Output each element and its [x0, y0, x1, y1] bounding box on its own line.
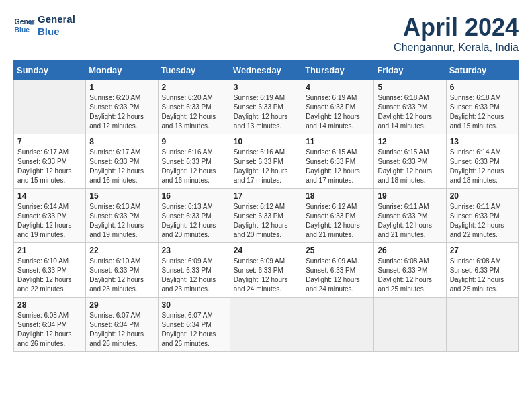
day-number: 15: [89, 191, 154, 201]
weekday-header: Wednesday: [230, 61, 302, 80]
calendar-cell: 19Sunrise: 6:11 AM Sunset: 6:33 PM Dayli…: [374, 189, 446, 243]
day-number: 6: [450, 83, 515, 92]
weekday-header: Tuesday: [158, 61, 230, 80]
day-content: Sunrise: 6:13 AM Sunset: 6:33 PM Dayligh…: [162, 202, 226, 240]
day-number: 30: [162, 300, 226, 310]
day-content: Sunrise: 6:08 AM Sunset: 6:34 PM Dayligh…: [17, 311, 82, 349]
calendar-cell: 18Sunrise: 6:12 AM Sunset: 6:33 PM Dayli…: [302, 189, 374, 243]
calendar-title: April 2024: [394, 13, 519, 42]
svg-text:General: General: [15, 18, 35, 26]
day-content: Sunrise: 6:12 AM Sunset: 6:33 PM Dayligh…: [306, 202, 370, 240]
day-number: 7: [17, 137, 82, 146]
weekday-header: Thursday: [302, 61, 374, 80]
calendar-cell: 5Sunrise: 6:18 AM Sunset: 6:33 PM Daylig…: [374, 80, 446, 134]
header-row: SundayMondayTuesdayWednesdayThursdayFrid…: [14, 61, 519, 80]
day-number: 14: [17, 191, 82, 201]
calendar-cell: 4Sunrise: 6:19 AM Sunset: 6:33 PM Daylig…: [302, 80, 374, 134]
day-number: 25: [306, 246, 370, 255]
day-content: Sunrise: 6:08 AM Sunset: 6:33 PM Dayligh…: [378, 257, 442, 294]
day-number: 18: [306, 191, 370, 201]
calendar-cell: 30Sunrise: 6:07 AM Sunset: 6:34 PM Dayli…: [158, 298, 230, 352]
calendar-cell: 15Sunrise: 6:13 AM Sunset: 6:33 PM Dayli…: [86, 189, 158, 243]
calendar-cell: 26Sunrise: 6:08 AM Sunset: 6:33 PM Dayli…: [374, 243, 446, 298]
calendar-cell: [230, 298, 302, 352]
day-content: Sunrise: 6:16 AM Sunset: 6:33 PM Dayligh…: [234, 148, 298, 185]
calendar-week-row: 21Sunrise: 6:10 AM Sunset: 6:33 PM Dayli…: [14, 243, 519, 298]
calendar-cell: 3Sunrise: 6:19 AM Sunset: 6:33 PM Daylig…: [230, 80, 302, 134]
calendar-cell: 9Sunrise: 6:16 AM Sunset: 6:33 PM Daylig…: [158, 134, 230, 189]
calendar-header: SundayMondayTuesdayWednesdayThursdayFrid…: [14, 61, 519, 80]
day-content: Sunrise: 6:13 AM Sunset: 6:33 PM Dayligh…: [89, 202, 154, 240]
logo-general: General: [38, 13, 75, 26]
title-block: April 2024 Chengannur, Kerala, India: [394, 13, 519, 54]
weekday-header: Saturday: [446, 61, 518, 80]
day-number: 8: [89, 137, 154, 146]
day-content: Sunrise: 6:07 AM Sunset: 6:34 PM Dayligh…: [89, 311, 154, 349]
day-content: Sunrise: 6:16 AM Sunset: 6:33 PM Dayligh…: [162, 148, 226, 185]
day-number: 17: [234, 191, 298, 201]
day-number: 10: [234, 137, 298, 146]
calendar-cell: 2Sunrise: 6:20 AM Sunset: 6:33 PM Daylig…: [158, 80, 230, 134]
day-content: Sunrise: 6:09 AM Sunset: 6:33 PM Dayligh…: [162, 257, 226, 294]
day-number: 4: [306, 83, 370, 92]
day-number: 2: [162, 83, 226, 92]
day-number: 21: [17, 246, 82, 255]
calendar-cell: 17Sunrise: 6:12 AM Sunset: 6:33 PM Dayli…: [230, 189, 302, 243]
calendar-cell: [14, 80, 86, 134]
day-content: Sunrise: 6:14 AM Sunset: 6:33 PM Dayligh…: [450, 148, 515, 185]
day-number: 22: [89, 246, 154, 255]
calendar-cell: 23Sunrise: 6:09 AM Sunset: 6:33 PM Dayli…: [158, 243, 230, 298]
logo-blue: Blue: [38, 26, 75, 38]
calendar-subtitle: Chengannur, Kerala, India: [394, 42, 519, 54]
calendar-cell: 1Sunrise: 6:20 AM Sunset: 6:33 PM Daylig…: [86, 80, 158, 134]
calendar-cell: 22Sunrise: 6:10 AM Sunset: 6:33 PM Dayli…: [86, 243, 158, 298]
calendar-week-row: 7Sunrise: 6:17 AM Sunset: 6:33 PM Daylig…: [14, 134, 519, 189]
day-content: Sunrise: 6:10 AM Sunset: 6:33 PM Dayligh…: [17, 257, 82, 294]
weekday-header: Sunday: [14, 61, 86, 80]
svg-text:Blue: Blue: [15, 26, 30, 34]
day-number: 11: [306, 137, 370, 146]
day-content: Sunrise: 6:08 AM Sunset: 6:33 PM Dayligh…: [450, 257, 515, 294]
logo: General Blue General Blue: [13, 13, 75, 38]
calendar-cell: 24Sunrise: 6:09 AM Sunset: 6:33 PM Dayli…: [230, 243, 302, 298]
day-number: 23: [162, 246, 226, 255]
day-number: 29: [89, 300, 154, 310]
calendar-cell: 12Sunrise: 6:15 AM Sunset: 6:33 PM Dayli…: [374, 134, 446, 189]
day-content: Sunrise: 6:07 AM Sunset: 6:34 PM Dayligh…: [162, 311, 226, 349]
calendar-cell: 13Sunrise: 6:14 AM Sunset: 6:33 PM Dayli…: [446, 134, 518, 189]
day-content: Sunrise: 6:12 AM Sunset: 6:33 PM Dayligh…: [234, 202, 298, 240]
calendar-week-row: 28Sunrise: 6:08 AM Sunset: 6:34 PM Dayli…: [14, 298, 519, 352]
calendar-cell: 11Sunrise: 6:15 AM Sunset: 6:33 PM Dayli…: [302, 134, 374, 189]
day-number: 1: [89, 83, 154, 92]
day-content: Sunrise: 6:15 AM Sunset: 6:33 PM Dayligh…: [306, 148, 370, 185]
calendar-cell: 25Sunrise: 6:09 AM Sunset: 6:33 PM Dayli…: [302, 243, 374, 298]
calendar-cell: 14Sunrise: 6:14 AM Sunset: 6:33 PM Dayli…: [14, 189, 86, 243]
weekday-header: Friday: [374, 61, 446, 80]
calendar-cell: 27Sunrise: 6:08 AM Sunset: 6:33 PM Dayli…: [446, 243, 518, 298]
day-number: 3: [234, 83, 298, 92]
day-content: Sunrise: 6:15 AM Sunset: 6:33 PM Dayligh…: [378, 148, 442, 185]
day-content: Sunrise: 6:19 AM Sunset: 6:33 PM Dayligh…: [306, 93, 370, 131]
day-number: 5: [378, 83, 442, 92]
calendar-table: SundayMondayTuesdayWednesdayThursdayFrid…: [13, 60, 519, 352]
calendar-cell: [302, 298, 374, 352]
calendar-cell: 29Sunrise: 6:07 AM Sunset: 6:34 PM Dayli…: [86, 298, 158, 352]
day-number: 20: [450, 191, 515, 201]
day-number: 28: [17, 300, 82, 310]
calendar-cell: 16Sunrise: 6:13 AM Sunset: 6:33 PM Dayli…: [158, 189, 230, 243]
day-content: Sunrise: 6:11 AM Sunset: 6:33 PM Dayligh…: [378, 202, 442, 240]
day-number: 19: [378, 191, 442, 201]
day-content: Sunrise: 6:11 AM Sunset: 6:33 PM Dayligh…: [450, 202, 515, 240]
calendar-cell: 10Sunrise: 6:16 AM Sunset: 6:33 PM Dayli…: [230, 134, 302, 189]
day-content: Sunrise: 6:10 AM Sunset: 6:33 PM Dayligh…: [89, 257, 154, 294]
calendar-cell: 20Sunrise: 6:11 AM Sunset: 6:33 PM Dayli…: [446, 189, 518, 243]
day-content: Sunrise: 6:17 AM Sunset: 6:33 PM Dayligh…: [17, 148, 82, 185]
calendar-cell: [446, 298, 518, 352]
day-content: Sunrise: 6:14 AM Sunset: 6:33 PM Dayligh…: [17, 202, 82, 240]
logo-icon: General Blue: [13, 15, 35, 36]
day-content: Sunrise: 6:20 AM Sunset: 6:33 PM Dayligh…: [89, 93, 154, 131]
page-header: General Blue General Blue April 2024 Che…: [13, 13, 519, 54]
day-content: Sunrise: 6:18 AM Sunset: 6:33 PM Dayligh…: [450, 93, 515, 131]
day-number: 9: [162, 137, 226, 146]
calendar-cell: 21Sunrise: 6:10 AM Sunset: 6:33 PM Dayli…: [14, 243, 86, 298]
